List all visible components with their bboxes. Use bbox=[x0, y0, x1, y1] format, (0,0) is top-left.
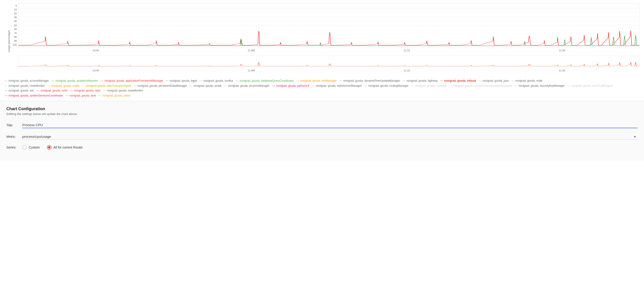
y-axis-label: 0 bbox=[6, 5, 17, 7]
chart-section: Usage (percentage) 100908070605040302010… bbox=[0, 0, 644, 101]
main-chart-container: Usage (percentage) 100908070605040302010… bbox=[4, 4, 640, 54]
legend-item: — novigrad, gouda, nodeMonitor bbox=[4, 84, 45, 87]
mini-x-label-1130: 11:30 bbox=[559, 69, 565, 72]
legend-item: — novigrad, gouda, node bbox=[511, 79, 542, 82]
legend-item: — novigrad, gouda, processManager bbox=[224, 84, 270, 87]
legend-item: — novigrad, gouda, prank bbox=[190, 84, 222, 87]
legend-item: — novigrad, gouda, dynamicPeerUpdateMana… bbox=[339, 79, 400, 82]
legend-item: — novigrad, gouda, routingManager bbox=[364, 84, 408, 87]
all-router-radio-inner bbox=[48, 146, 50, 149]
y-axis-label: 50 bbox=[6, 24, 17, 27]
title-label: Title: bbox=[6, 123, 22, 127]
legend-item: — novigrad, gouda, pdmTransportAgent bbox=[82, 84, 131, 87]
series-radio-group: Custom All for current Router bbox=[22, 145, 83, 150]
metric-form-row: Metric: process/cpu/usage ▾ bbox=[6, 134, 638, 140]
mini-x-label-1115: 11:15 bbox=[404, 69, 410, 72]
config-section-title: Chart Configuration bbox=[6, 107, 638, 111]
mini-chart-container: 10:45 11 AM 11:15 11:30 bbox=[4, 56, 640, 74]
y-axis-label: 40 bbox=[6, 20, 17, 23]
legend-item: — novigrad, gouda, ospfd bbox=[48, 84, 79, 87]
legend-item: — novigrad, gouda, conflux bbox=[200, 79, 233, 82]
main-chart-area bbox=[18, 4, 640, 47]
legend-item: — novigrad, gouda, java bbox=[478, 79, 509, 82]
title-form-row: Title: bbox=[6, 122, 638, 128]
legend-item: — novigrad, gouda, persistentDataManager bbox=[134, 84, 187, 87]
main-chart-x-axis: 10:45 11 AM 11:15 11:30 bbox=[18, 47, 640, 54]
mini-chart-area bbox=[18, 56, 640, 67]
legend-item: — novigrad, gouda, tank bbox=[66, 94, 96, 97]
legend-item: — novigrad, gouda, highway bbox=[403, 79, 438, 82]
legend-item: — novigrad, gouda, zebra bbox=[98, 94, 130, 97]
legend-item: — novigrad, gouda, redisServerManager bbox=[312, 84, 362, 87]
y-axis-label: 100 bbox=[6, 44, 17, 46]
legend-item: — novigrad, gouda, analyticsReporter bbox=[52, 79, 98, 82]
legend-item: — novigrad, gouda, databaseQueryCoordina… bbox=[236, 79, 294, 82]
x-label-11am: 11 AM bbox=[248, 49, 255, 52]
legend-item-influxd: — novigrad, gouda, influxd bbox=[440, 79, 476, 82]
legend-item: — novigrad, gouda, sshd bbox=[36, 89, 67, 92]
legend-item: — novigrad, gouda, start bbox=[70, 89, 100, 92]
y-axis-label: 60 bbox=[6, 28, 17, 31]
legend-item: — novigrad, gouda, stateMonitor bbox=[103, 89, 143, 92]
legend-section: — novigrad, gouda, accessManager — novig… bbox=[4, 77, 640, 101]
main-chart-svg bbox=[18, 4, 639, 47]
legend-item: — novigrad, gouda, systemServicesCoordin… bbox=[4, 94, 63, 97]
series-all-option[interactable]: All for current Router bbox=[47, 145, 83, 150]
y-axis-label: 30 bbox=[6, 16, 17, 19]
legend-item: — novigrad, gouda, accessManager bbox=[4, 79, 49, 82]
y-axis-label: 20 bbox=[6, 12, 17, 15]
series-label: Series: bbox=[6, 146, 22, 149]
y-axis-label: 10 bbox=[6, 9, 17, 11]
legend-item: — novigrad, gouda, applicationFrameworkM… bbox=[100, 79, 163, 82]
legend-item: — novigrad, gouda, securityKeyManager bbox=[514, 84, 564, 87]
config-section: Chart Configuration Editting the setting… bbox=[0, 101, 644, 161]
legend-item: — novigrad, gouda, ssh bbox=[4, 89, 34, 92]
mini-chart-x-axis: 10:45 11 AM 11:15 11:30 bbox=[18, 67, 640, 74]
x-label-1115: 11:15 bbox=[404, 49, 410, 52]
legend-item: — novigrad, gouda, rsyslogd bbox=[411, 84, 446, 87]
custom-radio-label: Custom bbox=[29, 146, 40, 149]
series-custom-option[interactable]: Custom bbox=[22, 145, 40, 150]
config-section-subtitle: Editting the settings below will update … bbox=[6, 112, 638, 116]
metric-label: Metric: bbox=[6, 135, 22, 138]
chart-y-axis: 1009080706050403020100 bbox=[4, 4, 18, 47]
metric-select-wrapper: process/cpu/usage ▾ bbox=[22, 134, 638, 140]
y-axis-label: 70 bbox=[6, 32, 17, 35]
legend-item: — novigrad, gouda, python3.6 bbox=[272, 84, 309, 87]
all-router-radio-circle[interactable] bbox=[47, 145, 52, 150]
legend-item: — novigrad, gouda, secureCommunicationMa… bbox=[449, 84, 512, 87]
mini-chart-svg bbox=[18, 56, 639, 67]
legend-item: — novigrad, gouda, shimTrafficAgent bbox=[567, 84, 612, 87]
title-input[interactable] bbox=[22, 122, 638, 128]
x-label-1045: 10:45 bbox=[93, 49, 99, 52]
legend-item: — novigrad, gouda, bgpd bbox=[166, 79, 197, 82]
y-axis-label: 80 bbox=[6, 36, 17, 38]
mini-x-label-11am: 11 AM bbox=[248, 69, 255, 72]
y-axis-label: 90 bbox=[6, 40, 17, 42]
series-form-row: Series: Custom All for current Router bbox=[6, 145, 638, 150]
all-router-radio-label: All for current Router bbox=[53, 146, 83, 149]
metric-select[interactable]: process/cpu/usage bbox=[22, 134, 638, 139]
mini-x-label-1045: 10:45 bbox=[93, 69, 99, 72]
x-label-1130: 11:30 bbox=[559, 49, 565, 52]
custom-radio-circle[interactable] bbox=[22, 145, 27, 150]
legend-item: — novigrad, gouda, dnsManager bbox=[296, 79, 337, 82]
